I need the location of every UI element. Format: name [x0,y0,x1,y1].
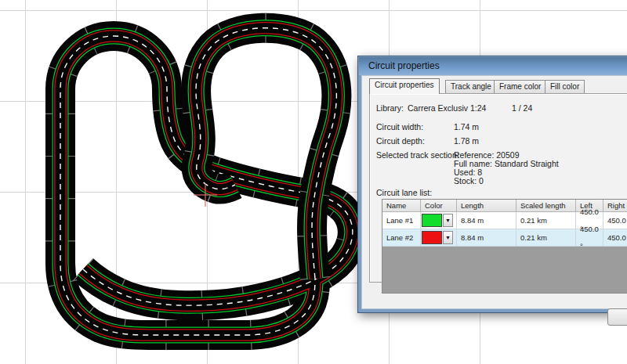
selected-section-stock: Stock: 0 [454,176,484,186]
lane1-right-angle: 450.0 ° [603,212,627,229]
lane2-name: Lane #2 [382,229,421,247]
chevron-down-icon[interactable]: ▼ [443,214,453,227]
lane2-length: 8.84 m [457,229,516,247]
app-canvas: { "window": { "title": "Circuit properti… [0,0,627,364]
window-titlebar[interactable]: Circuit properties [359,57,627,75]
col-header-color[interactable]: Color [421,200,457,212]
tab-fill-color[interactable]: Fill color [545,80,585,93]
circuit-width-value: 1.74 m [454,122,479,132]
circuit-properties-window: Circuit properties Circuit properties Tr… [357,56,627,313]
lane1-color-swatch[interactable] [422,214,442,227]
lane1-name: Lane #1 [382,212,421,229]
table-row-lane2[interactable]: Lane #2 ▼ 8.84 m 0.21 km 450.0 ° 450.0 ° [382,229,627,247]
window-client-area: Circuit properties Track angle Frame col… [361,75,627,309]
track-road [60,28,353,335]
library-value: Carrera Exclusiv 1:24 [408,103,486,113]
lane1-scaled-length: 0.21 km [516,212,576,229]
tab-circuit-properties[interactable]: Circuit properties [369,78,440,94]
col-header-right[interactable]: Right [603,200,627,212]
chevron-down-icon[interactable]: ▼ [443,231,453,244]
lane-list-label: Circuit lane list: [376,188,432,197]
lane1-color-cell: ▼ [421,212,457,229]
circuit-depth-label: Circuit depth: [376,136,425,146]
library-scale: 1 / 24 [512,103,532,113]
lane2-color-cell: ▼ [421,229,457,247]
tab-track-angle[interactable]: Track angle [445,80,497,93]
library-label: Library: [376,103,404,113]
lane2-color-swatch[interactable] [422,231,442,244]
lane1-length: 8.84 m [457,212,516,229]
lane2-scaled-length: 0.21 km [516,229,576,247]
col-header-name[interactable]: Name [382,200,421,212]
tab-frame-color[interactable]: Frame color [494,80,546,93]
lane2-right-angle: 450.0 ° [603,229,627,247]
col-header-scaled-length[interactable]: Scaled length [516,200,576,212]
selected-section-label: Selected track section: [376,150,459,160]
circuit-width-label: Circuit width: [376,122,423,132]
lane2-left-angle: 450.0 ° [576,229,603,247]
tab-panel: Library: Carrera Exclusiv 1:24 1 / 24 Ci… [369,93,627,283]
circuit-lane-table: Name Color Length Scaled length Left Rig… [382,199,627,294]
col-header-length[interactable]: Length [457,200,516,212]
close-button[interactable]: Close [607,308,627,326]
window-title: Circuit properties [368,60,440,71]
circuit-depth-value: 1.78 m [454,136,479,146]
